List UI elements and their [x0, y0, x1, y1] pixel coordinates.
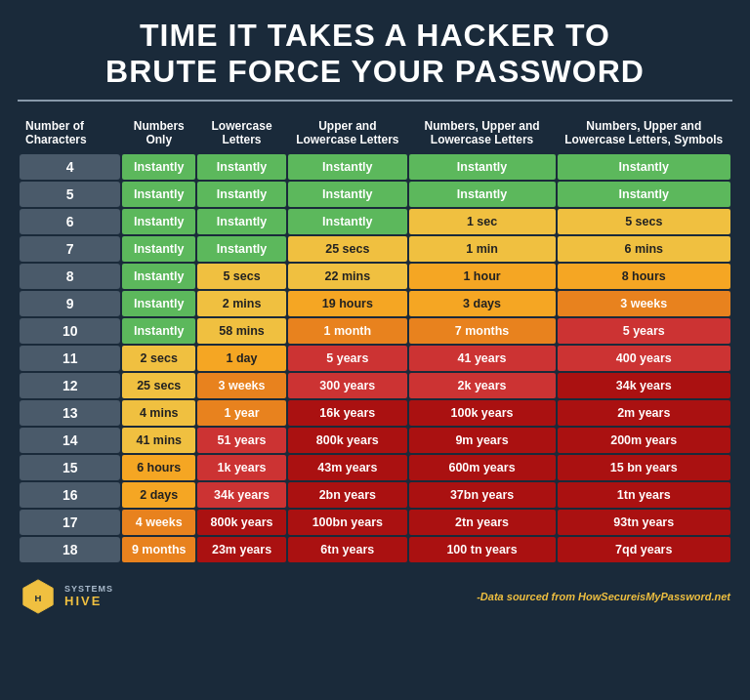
cell-10-2: 800k years [288, 428, 406, 453]
cell-1-0: Instantly [122, 182, 195, 207]
cell-4-2: 22 mins [288, 264, 406, 289]
cell-7-3: 41 years [409, 346, 556, 371]
table-row: 1225 secs3 weeks300 years2k years34k yea… [20, 373, 730, 398]
cell-0-0: Instantly [122, 154, 195, 180]
cell-2-1: Instantly [197, 209, 286, 234]
cell-2-3: 1 sec [409, 209, 556, 234]
table-row: 134 mins1 year16k years100k years2m year… [20, 400, 730, 426]
table-row: 112 secs1 day5 years41 years400 years [20, 346, 730, 371]
cell-4-0: Instantly [122, 264, 195, 289]
cell-8-4: 34k years [558, 373, 730, 398]
logo-icon: H [20, 578, 57, 615]
cell-4-1: 5 secs [197, 264, 286, 289]
table-row: 162 days34k years2bn years37bn years1tn … [20, 482, 730, 508]
cell-3-0: Instantly [122, 236, 195, 262]
cell-6-1: 58 mins [197, 318, 286, 344]
col-header-num-upper-lower: Numbers, Upper and Lowercase Letters [409, 113, 556, 153]
main-container: TIME IT TAKES A HACKER TO BRUTE FORCE YO… [0, 0, 750, 631]
cell-4-4: 8 hours [558, 264, 730, 289]
cell-chars: 11 [20, 346, 120, 371]
cell-chars: 12 [20, 373, 120, 398]
cell-13-4: 93tn years [558, 510, 730, 535]
cell-11-2: 43m years [288, 455, 406, 480]
cell-12-1: 34k years [197, 482, 286, 508]
cell-chars: 14 [20, 428, 120, 453]
cell-11-4: 15 bn years [558, 455, 730, 480]
cell-chars: 18 [20, 537, 120, 562]
cell-8-1: 3 weeks [197, 373, 286, 398]
cell-9-0: 4 mins [122, 400, 195, 426]
cell-5-2: 19 hours [288, 291, 406, 316]
cell-6-2: 1 month [288, 318, 406, 344]
table-row: 4InstantlyInstantlyInstantlyInstantlyIns… [20, 154, 730, 180]
cell-7-0: 2 secs [122, 346, 195, 371]
cell-4-3: 1 hour [409, 264, 556, 289]
cell-chars: 9 [20, 291, 120, 316]
cell-12-4: 1tn years [558, 482, 730, 508]
table-row: 189 months23m years6tn years100 tn years… [20, 537, 730, 562]
cell-11-1: 1k years [197, 455, 286, 480]
cell-6-4: 5 years [558, 318, 730, 344]
cell-1-4: Instantly [558, 182, 730, 207]
cell-chars: 4 [20, 154, 120, 180]
cell-13-3: 2tn years [409, 510, 556, 535]
cell-12-3: 37bn years [409, 482, 556, 508]
cell-1-2: Instantly [288, 182, 406, 207]
cell-5-4: 3 weeks [558, 291, 730, 316]
cell-2-4: 5 secs [558, 209, 730, 234]
cell-5-3: 3 days [409, 291, 556, 316]
cell-0-1: Instantly [197, 154, 286, 180]
cell-3-1: Instantly [197, 236, 286, 262]
cell-chars: 13 [20, 400, 120, 426]
cell-0-4: Instantly [558, 154, 730, 180]
cell-1-3: Instantly [409, 182, 556, 207]
cell-0-3: Instantly [409, 154, 556, 180]
cell-12-0: 2 days [122, 482, 195, 508]
table-row: 174 weeks800k years100bn years2tn years9… [20, 510, 730, 535]
table-row: 7InstantlyInstantly25 secs1 min6 mins [20, 236, 730, 262]
cell-10-3: 9m years [409, 428, 556, 453]
cell-chars: 15 [20, 455, 120, 480]
col-header-numbers: Numbers Only [122, 113, 195, 153]
cell-8-0: 25 secs [122, 373, 195, 398]
cell-10-1: 51 years [197, 428, 286, 453]
cell-9-2: 16k years [288, 400, 406, 426]
cell-8-2: 300 years [288, 373, 406, 398]
col-header-lower: Lowercase Letters [197, 113, 286, 153]
cell-chars: 17 [20, 510, 120, 535]
cell-9-3: 100k years [409, 400, 556, 426]
cell-chars: 5 [20, 182, 120, 207]
cell-10-4: 200m years [558, 428, 730, 453]
logo: H SYSTEMS HIVE [20, 578, 113, 615]
table-row: 10Instantly58 mins1 month7 months5 years [20, 318, 730, 344]
col-header-upper-lower: Upper and Lowercase Letters [288, 113, 406, 153]
cell-14-3: 100 tn years [409, 537, 556, 562]
cell-14-0: 9 months [122, 537, 195, 562]
svg-text:H: H [35, 593, 42, 603]
cell-7-1: 1 day [197, 346, 286, 371]
cell-chars: 10 [20, 318, 120, 344]
cell-6-3: 7 months [409, 318, 556, 344]
cell-7-4: 400 years [558, 346, 730, 371]
cell-7-2: 5 years [288, 346, 406, 371]
cell-0-2: Instantly [288, 154, 406, 180]
table-row: 9Instantly2 mins19 hours3 days3 weeks [20, 291, 730, 316]
table-row: 156 hours1k years43m years600m years15 b… [20, 455, 730, 480]
cell-8-3: 2k years [409, 373, 556, 398]
cell-13-2: 100bn years [288, 510, 406, 535]
cell-14-4: 7qd years [558, 537, 730, 562]
table-row: 8Instantly5 secs22 mins1 hour8 hours [20, 264, 730, 289]
cell-9-4: 2m years [558, 400, 730, 426]
cell-chars: 7 [20, 236, 120, 262]
cell-chars: 16 [20, 482, 120, 508]
table-row: 5InstantlyInstantlyInstantlyInstantlyIns… [20, 182, 730, 207]
cell-3-3: 1 min [409, 236, 556, 262]
cell-6-0: Instantly [122, 318, 195, 344]
cell-9-1: 1 year [197, 400, 286, 426]
cell-chars: 8 [20, 264, 120, 289]
cell-1-1: Instantly [197, 182, 286, 207]
password-table: Number of Characters Numbers Only Lowerc… [18, 111, 732, 565]
cell-14-2: 6tn years [288, 537, 406, 562]
logo-text: SYSTEMS HIVE [64, 585, 113, 608]
table-row: 1441 mins51 years800k years9m years200m … [20, 428, 730, 453]
